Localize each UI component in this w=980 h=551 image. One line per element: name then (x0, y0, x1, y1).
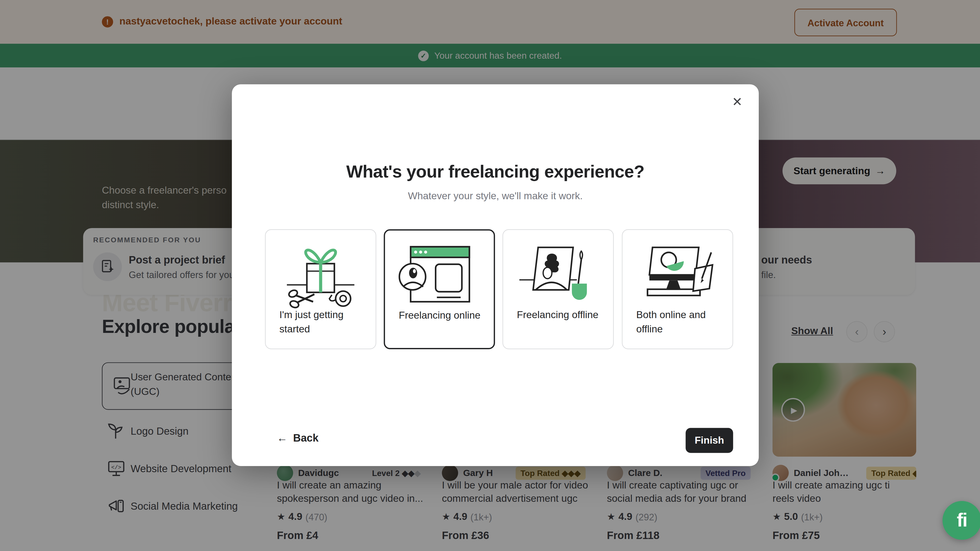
fiverr-page: ! nastyacvetochek, please activate your … (0, 0, 980, 551)
option-label: I'm just getting started (280, 307, 362, 336)
fiverr-chat-bubble[interactable]: fi (942, 501, 980, 540)
modal-subtitle: Whatever your style, we'll make it work. (232, 191, 759, 202)
option-both-online-offline[interactable]: Both online and offline (622, 229, 733, 349)
freelancing-experience-modal: ✕ What's your freelancing experience? Wh… (232, 84, 759, 466)
option-freelancing-offline[interactable]: Freelancing offline (503, 229, 614, 349)
finish-button[interactable]: Finish (686, 428, 733, 453)
monitor-pen-illustration-icon (634, 240, 721, 308)
canvas-illustration-icon (514, 240, 602, 308)
browser-illustration-icon (396, 241, 483, 309)
back-button[interactable]: ←Back (277, 432, 318, 445)
gift-illustration-icon (277, 240, 364, 308)
arrow-left-icon: ← (277, 432, 288, 445)
fiverr-chat-logo-icon: fi (957, 510, 967, 531)
option-label: Both online and offline (636, 307, 719, 336)
option-freelancing-online[interactable]: Freelancing online (384, 229, 495, 349)
option-label: Freelancing online (399, 308, 481, 322)
modal-title: What's your freelancing experience? (232, 162, 759, 182)
option-label: Freelancing offline (517, 307, 599, 322)
close-icon[interactable]: ✕ (732, 96, 742, 108)
option-just-getting-started[interactable]: I'm just getting started (265, 229, 376, 349)
